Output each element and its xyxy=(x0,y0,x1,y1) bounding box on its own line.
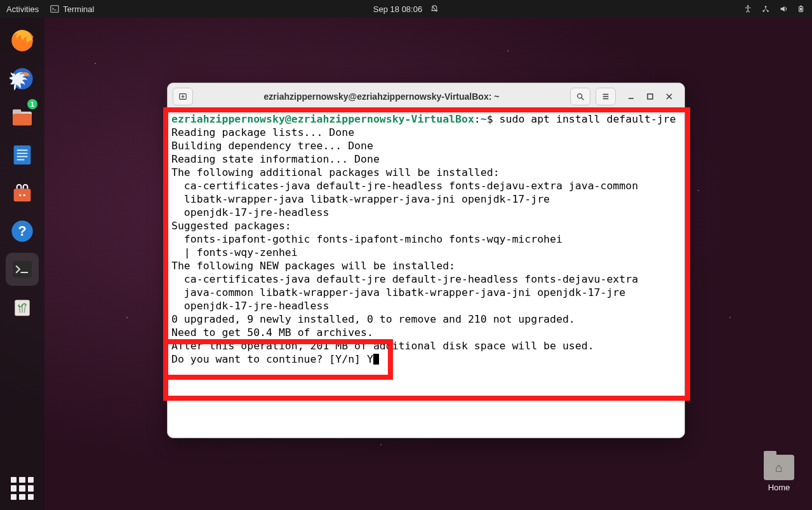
svg-rect-12 xyxy=(13,114,32,125)
dock-libreoffice-writer[interactable] xyxy=(6,138,39,171)
close-button[interactable] xyxy=(665,93,673,100)
desktop-home-folder[interactable]: ⌂ Home xyxy=(764,455,794,492)
svg-point-1 xyxy=(747,5,749,7)
output-line: openjdk-17-jre-headless xyxy=(171,206,329,218)
new-tab-button[interactable] xyxy=(173,88,193,105)
svg-point-26 xyxy=(578,93,582,98)
svg-rect-7 xyxy=(800,8,802,10)
desktop-icon-label: Home xyxy=(768,483,790,492)
folder-icon: ⌂ xyxy=(764,455,794,480)
output-line: fonts-ipafont-gothic fonts-ipafont-minch… xyxy=(171,233,562,245)
current-app-name: Terminal xyxy=(63,4,94,14)
dock-thunderbird[interactable] xyxy=(6,62,39,95)
output-line: The following NEW packages will be insta… xyxy=(171,260,455,272)
svg-rect-17 xyxy=(17,159,25,161)
maximize-button[interactable] xyxy=(646,93,654,100)
terminal-content[interactable]: ezriahzippernowsky@ezriahzippernowsky-Vi… xyxy=(168,110,684,438)
continue-input: Y xyxy=(367,353,373,365)
output-line: java-common libatk-wrapper-java libatk-w… xyxy=(171,286,625,299)
svg-point-20 xyxy=(23,194,25,196)
svg-rect-15 xyxy=(17,153,28,154)
output-line: ca-certificates-java default-jre-headles… xyxy=(171,180,638,192)
dock-files-badge: 1 xyxy=(27,99,37,109)
output-line: After this operation, 201 MB of addition… xyxy=(171,340,594,352)
dock-terminal[interactable] xyxy=(6,253,39,286)
volume-icon[interactable] xyxy=(779,4,788,13)
output-line: ca-certificates-java default-jre default… xyxy=(171,273,638,285)
prompt-user-host: ezriahzippernowsky@ezriahzippernowsky-Vi… xyxy=(171,113,474,125)
search-icon xyxy=(576,92,585,101)
search-button[interactable] xyxy=(570,88,590,105)
svg-rect-18 xyxy=(14,189,31,201)
svg-text:?: ? xyxy=(18,223,26,239)
output-line: libatk-wrapper-java libatk-wrapper-java-… xyxy=(171,193,550,205)
output-line: 0 upgraded, 9 newly installed, 0 to remo… xyxy=(171,313,575,325)
dock: 1 ? xyxy=(0,18,44,510)
notifications-icon[interactable] xyxy=(430,4,439,13)
dock-trash[interactable] xyxy=(6,291,39,324)
clock[interactable]: Sep 18 08:06 xyxy=(373,4,422,14)
minimize-button[interactable] xyxy=(627,93,635,100)
network-icon[interactable] xyxy=(761,4,770,13)
window-title: ezriahzippernowsky@ezriahzippernowsky-Vi… xyxy=(198,91,565,102)
output-line: | fonts-wqy-zenhei xyxy=(171,246,298,258)
dock-firefox[interactable] xyxy=(6,24,39,57)
svg-rect-11 xyxy=(13,109,21,114)
svg-rect-0 xyxy=(51,6,58,13)
power-icon[interactable] xyxy=(797,4,806,13)
titlebar: ezriahzippernowsky@ezriahzippernowsky-Vi… xyxy=(168,83,684,110)
terminal-icon xyxy=(50,4,59,13)
output-line: Building dependency tree... Done xyxy=(171,140,373,152)
svg-rect-27 xyxy=(648,94,653,99)
hamburger-icon xyxy=(601,92,610,101)
svg-rect-16 xyxy=(17,156,28,158)
svg-rect-6 xyxy=(800,6,802,7)
svg-rect-23 xyxy=(13,261,32,278)
cursor xyxy=(373,354,379,365)
dock-help[interactable]: ? xyxy=(6,215,39,248)
gnome-topbar: Activities Terminal Sep 18 08:06 xyxy=(0,0,812,18)
output-line: The following additional packages will b… xyxy=(171,166,500,178)
dock-files[interactable]: 1 xyxy=(6,100,39,133)
dock-software[interactable] xyxy=(6,177,39,210)
output-line: openjdk-17-jre-headless xyxy=(171,300,329,312)
continue-prompt: Do you want to continue? [Y/n] xyxy=(171,353,367,365)
output-line: Suggested packages: xyxy=(171,220,291,232)
svg-rect-13 xyxy=(14,145,31,164)
output-line: Reading package lists... Done xyxy=(171,126,354,138)
prompt-path: ~ xyxy=(481,113,487,125)
prompt-sigil: $ xyxy=(487,113,493,125)
output-line: Need to get 50.4 MB of archives. xyxy=(171,326,373,339)
accessibility-icon[interactable] xyxy=(743,4,752,13)
svg-rect-14 xyxy=(17,150,28,151)
output-line: Reading state information... Done xyxy=(171,153,380,165)
show-applications[interactable] xyxy=(11,477,34,500)
svg-point-19 xyxy=(19,194,21,196)
hamburger-menu-button[interactable] xyxy=(596,88,616,105)
command-text: sudo apt install default-jre xyxy=(500,113,676,125)
activities-button[interactable]: Activities xyxy=(6,4,39,14)
current-app-indicator[interactable]: Terminal xyxy=(50,4,94,14)
terminal-window: ezriahzippernowsky@ezriahzippernowsky-Vi… xyxy=(167,83,685,438)
